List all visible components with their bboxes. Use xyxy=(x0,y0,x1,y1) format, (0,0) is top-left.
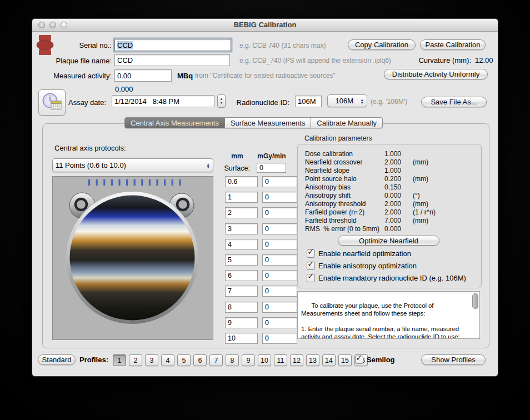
depth-mm-field[interactable]: 8 xyxy=(225,302,258,313)
semilog-checkbox-row[interactable]: ✓ Semilog xyxy=(355,356,395,364)
depth-mm-field[interactable]: 10 xyxy=(225,333,258,344)
radionuclide-input[interactable]: 106M xyxy=(295,96,322,107)
profile-button-13[interactable]: 13 xyxy=(306,354,319,366)
depth-mm-field[interactable]: 9 xyxy=(225,317,258,328)
profile-button-8[interactable]: 8 xyxy=(226,354,239,366)
radionuclide-popup[interactable]: 106M ▲▼ xyxy=(327,94,367,107)
measurement-tick xyxy=(179,179,181,186)
checkbox-label: Enable nearfield optimization xyxy=(318,249,411,258)
profile-button-1[interactable]: 1 xyxy=(113,354,126,366)
optimization-checkbox-row[interactable]: ✓Enable mandatory radionuclide ID (e.g. … xyxy=(307,274,466,283)
profile-button-15[interactable]: 15 xyxy=(338,354,352,366)
dose-rate-field[interactable]: 0 xyxy=(262,176,297,187)
depth-mm-field[interactable]: 2 xyxy=(225,207,258,218)
assay-date-stepper[interactable]: ▲▼ xyxy=(217,94,226,108)
profile-button-14[interactable]: 14 xyxy=(322,354,336,366)
dose-rate-field[interactable]: 0 xyxy=(262,286,297,297)
measurement-tabs: Central Axis MeasurementsSurface Measure… xyxy=(124,117,383,128)
dose-rate-field[interactable]: 0 xyxy=(262,302,297,313)
profile-button-6[interactable]: 6 xyxy=(193,354,207,366)
assay-date-input[interactable]: 1/12/2014 8:48 PM xyxy=(112,95,214,107)
dose-rate-field[interactable]: 0 xyxy=(262,270,297,281)
dose-rate-field[interactable]: 0 xyxy=(262,317,297,328)
depth-mm-field[interactable]: 0.6 xyxy=(225,176,258,187)
profile-button-11[interactable]: 11 xyxy=(274,354,287,366)
parameter-unit: (1 / r^n) xyxy=(413,208,478,216)
dose-rate-field[interactable]: 0 xyxy=(262,223,297,234)
save-file-as-button[interactable]: Save File As... xyxy=(421,97,487,107)
parameter-name: Farfield threshold xyxy=(305,217,384,224)
profile-button-4[interactable]: 4 xyxy=(161,354,174,366)
profile-button-9[interactable]: 9 xyxy=(242,354,255,366)
profile-button-5[interactable]: 5 xyxy=(177,354,191,366)
depth-mm-field[interactable]: 6 xyxy=(225,270,258,281)
dose-rate-field[interactable]: 0 xyxy=(262,239,297,250)
tab-surface-measurements[interactable]: Surface Measurements xyxy=(225,117,311,128)
activity-label: Measured activity: xyxy=(43,72,112,80)
depth-mm-field[interactable]: 1 xyxy=(225,192,258,203)
depth-mm-field[interactable]: 7 xyxy=(225,286,258,297)
surface-dose-field[interactable]: 0 xyxy=(257,163,286,173)
parameter-name: Nearfield crossover xyxy=(305,158,384,166)
checkbox-label: Enable mandatory radionuclide ID (e.g. 1… xyxy=(318,274,466,282)
measurement-row: 80 xyxy=(225,302,297,313)
dose-rate-field[interactable]: 0 xyxy=(262,207,297,218)
profiles-label: Profiles: xyxy=(79,356,108,364)
parameter-unit: (mm) xyxy=(413,158,478,166)
profile-button-3[interactable]: 3 xyxy=(145,354,158,366)
distribute-activity-button[interactable]: Distribute Activity Uniformly xyxy=(384,69,488,79)
copy-calibration-button[interactable]: Copy Calibration xyxy=(348,39,416,50)
assay-date-label: Assay date: xyxy=(54,98,106,107)
measurement-row: 50 xyxy=(225,254,297,266)
depth-mm-field[interactable]: 3 xyxy=(225,223,258,234)
serial-input[interactable]: CCD xyxy=(114,39,231,51)
tab-central-axis-measurements[interactable]: Central Axis Measurements xyxy=(124,117,225,128)
parameter-name: Point source halo xyxy=(305,175,384,183)
profile-button-12[interactable]: 12 xyxy=(290,354,303,366)
paste-calibration-button[interactable]: Paste Calibration xyxy=(420,39,486,50)
scrollbar-thumb[interactable] xyxy=(472,293,478,309)
measurement-tick xyxy=(156,179,158,186)
curvature-label: Curvature (mm): xyxy=(391,56,471,64)
optimize-nearfield-button[interactable]: Optimize Nearfield xyxy=(338,236,439,246)
measurement-tick xyxy=(88,179,90,186)
checkbox-checked-icon[interactable]: ✓ xyxy=(307,262,315,270)
measurement-row: 90 xyxy=(225,317,297,328)
file-name-input[interactable]: CCD xyxy=(114,54,230,66)
central-axis-groupbox: Central axis protocols: 11 Points (0.6 t… xyxy=(42,123,489,348)
column-header-mm: mm xyxy=(229,152,246,160)
popup-arrows-icon: ▲▼ xyxy=(207,163,210,168)
measurement-tick xyxy=(111,179,113,186)
measurement-row: 40 xyxy=(225,239,297,250)
depth-mm-field[interactable]: 5 xyxy=(225,254,258,266)
instructions-textbox[interactable]: To calibrate your plaque, use the Protoc… xyxy=(297,291,480,339)
dose-rate-field[interactable]: 0 xyxy=(262,254,297,266)
measurement-tick xyxy=(96,179,98,186)
checkmark-icon: ✓ xyxy=(307,271,314,281)
show-profiles-button[interactable]: Show Profiles xyxy=(421,354,486,365)
profile-button-2[interactable]: 2 xyxy=(129,354,142,366)
profile-button-7[interactable]: 7 xyxy=(209,354,223,366)
measurement-tick xyxy=(149,179,151,186)
parameter-value: 0.150 xyxy=(384,183,413,191)
stepper-down-icon: ▼ xyxy=(220,101,223,105)
checkbox-checked-icon[interactable]: ✓ xyxy=(307,249,315,258)
profile-button-10[interactable]: 10 xyxy=(258,354,271,366)
optimization-checkbox-row[interactable]: ✓Enable nearfield optimization xyxy=(307,249,466,258)
standard-button[interactable]: Standard xyxy=(38,354,76,365)
depth-mm-field[interactable]: 4 xyxy=(225,239,258,250)
curvature-value: 12.00 xyxy=(475,56,493,64)
calibration-parameter-row: Anisotropy bias0.150 xyxy=(305,183,478,191)
checkbox-checked-icon[interactable]: ✓ xyxy=(355,356,363,364)
checkbox-checked-icon[interactable]: ✓ xyxy=(307,274,315,282)
dose-rate-field[interactable]: 0 xyxy=(262,333,297,344)
activity-input[interactable]: 0.00 xyxy=(114,69,172,82)
activity-unit-label: MBq xyxy=(177,72,193,80)
protocols-popup[interactable]: 11 Points (0.6 to 10.0) ▲▼ xyxy=(52,158,213,172)
optimization-checkbox-row[interactable]: ✓Enable anisotropy optimization xyxy=(307,262,466,271)
tab-calibrate-manually[interactable]: Calibrate Manually xyxy=(311,117,383,128)
dose-rate-field[interactable]: 0 xyxy=(262,192,297,203)
parameter-name: Farfield power (n≈2) xyxy=(305,208,384,216)
window-title: BEBIG Calibration xyxy=(32,21,498,29)
parameter-name: Nearfield slope xyxy=(305,167,384,174)
